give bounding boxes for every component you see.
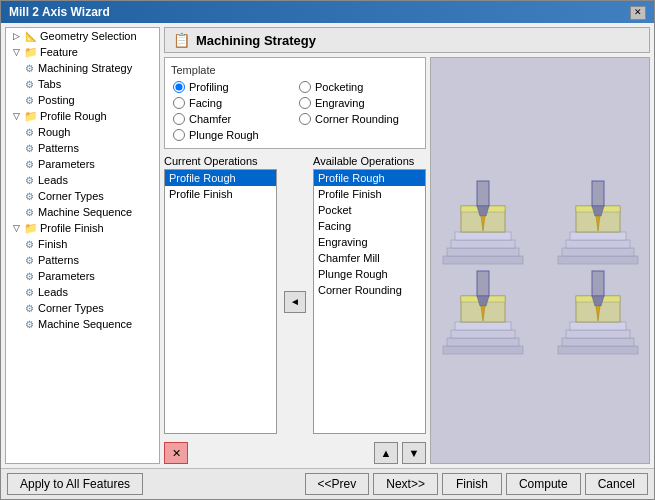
next-button[interactable]: Next>> bbox=[373, 473, 438, 495]
machining-strategy-header: 📋 Machining Strategy bbox=[164, 27, 650, 53]
machine-preview-panel bbox=[430, 57, 650, 464]
machining-strategy-header-icon: 📋 bbox=[173, 32, 190, 48]
radio-plunge-rough-input[interactable] bbox=[173, 129, 185, 141]
radio-plunge-rough[interactable]: Plunge Rough bbox=[171, 128, 293, 142]
tabs-icon: ⚙ bbox=[22, 77, 36, 91]
tree-item-machine-sequence2[interactable]: ⚙ Machine Sequence bbox=[6, 316, 159, 332]
finish-icon: ⚙ bbox=[22, 237, 36, 251]
tree-item-machine-sequence1[interactable]: ⚙ Machine Sequence bbox=[6, 204, 159, 220]
svg-rect-11 bbox=[562, 248, 634, 256]
compute-button[interactable]: Compute bbox=[506, 473, 581, 495]
svg-rect-20 bbox=[447, 338, 519, 346]
avail-op-0[interactable]: Profile Rough bbox=[314, 170, 425, 186]
avail-op-5[interactable]: Chamfer Mill bbox=[314, 250, 425, 266]
svg-rect-10 bbox=[558, 256, 638, 264]
current-op-0[interactable]: Profile Rough bbox=[165, 170, 276, 186]
radio-chamfer[interactable]: Chamfer bbox=[171, 112, 293, 126]
radio-corner-rounding-input[interactable] bbox=[299, 113, 311, 125]
transfer-button[interactable]: ◄ bbox=[284, 291, 306, 313]
radio-facing[interactable]: Facing bbox=[171, 96, 293, 110]
cancel-button[interactable]: Cancel bbox=[585, 473, 648, 495]
tree-item-profile-rough[interactable]: ▽ 📁 Profile Rough bbox=[6, 108, 159, 124]
content-area: ▷ 📐 Geometry Selection ▽ 📁 Feature ⚙ Mac… bbox=[1, 23, 654, 468]
svg-rect-30 bbox=[566, 330, 630, 338]
title-bar-controls: ✕ bbox=[628, 4, 646, 20]
tree-panel: ▷ 📐 Geometry Selection ▽ 📁 Feature ⚙ Mac… bbox=[5, 27, 160, 464]
tree-item-patterns2[interactable]: ⚙ Patterns bbox=[6, 252, 159, 268]
expand-icon-profile-finish: ▽ bbox=[10, 222, 22, 234]
current-op-1[interactable]: Profile Finish bbox=[165, 186, 276, 202]
tree-item-finish[interactable]: ⚙ Finish bbox=[6, 236, 159, 252]
tree-item-leads2[interactable]: ⚙ Leads bbox=[6, 284, 159, 300]
expand-icon-profile-rough: ▽ bbox=[10, 110, 22, 122]
tree-item-parameters1[interactable]: ⚙ Parameters bbox=[6, 156, 159, 172]
available-operations-list[interactable]: Profile Rough Profile Finish Pocket Faci… bbox=[313, 169, 426, 434]
posting-icon: ⚙ bbox=[22, 93, 36, 107]
radio-chamfer-input[interactable] bbox=[173, 113, 185, 125]
tree-item-machining-strategy[interactable]: ⚙ Machining Strategy bbox=[6, 60, 159, 76]
current-operations-panel: Current Operations Profile Rough Profile… bbox=[164, 155, 277, 434]
tree-item-rough[interactable]: ⚙ Rough bbox=[6, 124, 159, 140]
radio-corner-rounding[interactable]: Corner Rounding bbox=[297, 112, 419, 126]
avail-op-2[interactable]: Pocket bbox=[314, 202, 425, 218]
tree-item-tabs[interactable]: ⚙ Tabs bbox=[6, 76, 159, 92]
tree-item-corner-types1[interactable]: ⚙ Corner Types bbox=[6, 188, 159, 204]
finish-button[interactable]: Finish bbox=[442, 473, 502, 495]
svg-rect-19 bbox=[443, 346, 523, 354]
parameters2-icon: ⚙ bbox=[22, 269, 36, 283]
svg-rect-21 bbox=[451, 330, 515, 338]
tree-item-corner-types2[interactable]: ⚙ Corner Types bbox=[6, 300, 159, 316]
radio-facing-input[interactable] bbox=[173, 97, 185, 109]
svg-rect-28 bbox=[558, 346, 638, 354]
svg-rect-34 bbox=[592, 271, 604, 296]
avail-op-3[interactable]: Facing bbox=[314, 218, 425, 234]
close-button[interactable]: ✕ bbox=[630, 6, 646, 20]
main-content: Template Profiling Pocketing bbox=[164, 57, 650, 464]
avail-op-4[interactable]: Engraving bbox=[314, 234, 425, 250]
radio-profiling[interactable]: Profiling bbox=[171, 80, 293, 94]
svg-rect-1 bbox=[443, 256, 523, 264]
machine-seq1-icon: ⚙ bbox=[22, 205, 36, 219]
parameters1-icon: ⚙ bbox=[22, 157, 36, 171]
current-operations-list[interactable]: Profile Rough Profile Finish bbox=[164, 169, 277, 434]
delete-button[interactable]: ✕ bbox=[164, 442, 188, 464]
avail-op-6[interactable]: Plunge Rough bbox=[314, 266, 425, 282]
svg-rect-2 bbox=[447, 248, 519, 256]
profile-rough-folder-icon: 📁 bbox=[24, 109, 38, 123]
rough-icon: ⚙ bbox=[22, 125, 36, 139]
radio-engraving-input[interactable] bbox=[299, 97, 311, 109]
radio-pocketing[interactable]: Pocketing bbox=[297, 80, 419, 94]
radio-pocketing-input[interactable] bbox=[299, 81, 311, 93]
move-up-button[interactable]: ▲ bbox=[374, 442, 398, 464]
tree-item-posting[interactable]: ⚙ Posting bbox=[6, 92, 159, 108]
current-operations-label: Current Operations bbox=[164, 155, 277, 167]
window-title: Mill 2 Axis Wizard bbox=[9, 5, 110, 19]
profile-finish-folder-icon: 📁 bbox=[24, 221, 38, 235]
svg-rect-29 bbox=[562, 338, 634, 346]
svg-rect-22 bbox=[455, 322, 511, 330]
template-label: Template bbox=[171, 64, 419, 76]
tree-item-profile-finish[interactable]: ▽ 📁 Profile Finish bbox=[6, 220, 159, 236]
available-operations-panel: Available Operations Profile Rough Profi… bbox=[313, 155, 426, 434]
tree-item-parameters2[interactable]: ⚙ Parameters bbox=[6, 268, 159, 284]
tree-item-geometry[interactable]: ▷ 📐 Geometry Selection bbox=[6, 28, 159, 44]
move-down-button[interactable]: ▼ bbox=[402, 442, 426, 464]
tree-item-leads1[interactable]: ⚙ Leads bbox=[6, 172, 159, 188]
machining-strategy-title: Machining Strategy bbox=[196, 33, 316, 48]
apply-all-button[interactable]: Apply to All Features bbox=[7, 473, 143, 495]
prev-button[interactable]: <<Prev bbox=[305, 473, 370, 495]
machine-preview-svg bbox=[433, 161, 648, 361]
svg-rect-25 bbox=[477, 271, 489, 296]
tree-item-patterns1[interactable]: ⚙ Patterns bbox=[6, 140, 159, 156]
avail-op-1[interactable]: Profile Finish bbox=[314, 186, 425, 202]
corner-types1-icon: ⚙ bbox=[22, 189, 36, 203]
avail-op-7[interactable]: Corner Rounding bbox=[314, 282, 425, 298]
patterns2-icon: ⚙ bbox=[22, 253, 36, 267]
radio-profiling-input[interactable] bbox=[173, 81, 185, 93]
machine-seq2-icon: ⚙ bbox=[22, 317, 36, 331]
radio-engraving[interactable]: Engraving bbox=[297, 96, 419, 110]
leads2-icon: ⚙ bbox=[22, 285, 36, 299]
tree-item-feature[interactable]: ▽ 📁 Feature bbox=[6, 44, 159, 60]
svg-rect-7 bbox=[477, 181, 489, 206]
geometry-icon: 📐 bbox=[24, 29, 38, 43]
